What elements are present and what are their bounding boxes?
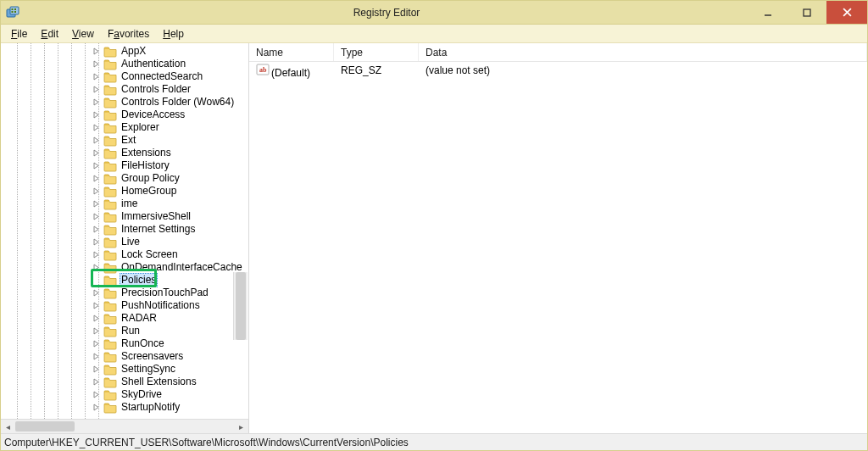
tree-item[interactable]: Controls Folder (Wow64)	[1, 96, 248, 109]
expander-icon[interactable]	[91, 97, 101, 108]
tree-item-label[interactable]: SkyDrive	[120, 388, 164, 401]
tree-item-label[interactable]: Group Policy	[120, 172, 181, 185]
tree-item-label[interactable]: RADAR	[120, 312, 159, 325]
tree-item-label[interactable]: Ext	[120, 134, 137, 147]
tree-item-label[interactable]: Lock Screen	[120, 248, 180, 261]
expander-icon[interactable]	[91, 352, 101, 362]
tree-item[interactable]: HomeGroup	[1, 185, 248, 198]
menu-file[interactable]: File	[4, 26, 34, 42]
tree-item-label[interactable]: PrecisionTouchPad	[120, 287, 210, 299]
expander-icon[interactable]	[91, 161, 101, 171]
tree-item[interactable]: RADAR	[1, 312, 248, 325]
tree-item-label[interactable]: OnDemandInterfaceCache	[120, 261, 244, 274]
value-name-cell[interactable]: ab(Default)	[249, 63, 334, 79]
scroll-track[interactable]	[15, 420, 234, 433]
expander-icon[interactable]	[91, 403, 101, 413]
tree-item-label[interactable]: Live	[120, 236, 142, 248]
expander-icon[interactable]	[91, 199, 101, 209]
tree-item[interactable]: ConnectedSearch	[1, 70, 248, 83]
tree-horizontal-scrollbar[interactable]: ◂ ▸	[1, 419, 248, 433]
scroll-right-button[interactable]: ▸	[234, 420, 248, 433]
column-header-data[interactable]: Data	[419, 43, 867, 61]
tree-item-label[interactable]: Authentication	[120, 58, 187, 70]
tree-item[interactable]: Controls Folder	[1, 83, 248, 96]
tree-item-label[interactable]: AppX	[120, 45, 147, 58]
expander-icon[interactable]	[91, 47, 101, 57]
tree-item-label[interactable]: StartupNotify	[120, 401, 181, 414]
tree-item[interactable]: DeviceAccess	[1, 109, 248, 121]
tree-item-label[interactable]: ime	[120, 198, 139, 210]
tree-item-label[interactable]: Shell Extensions	[120, 376, 198, 388]
column-header-name[interactable]: Name	[249, 43, 334, 61]
tree-item-label[interactable]: Extensions	[120, 147, 173, 159]
expander-icon[interactable]	[91, 390, 101, 400]
close-button[interactable]	[826, 1, 867, 24]
expander-icon[interactable]	[91, 72, 101, 82]
menu-edit[interactable]: Edit	[34, 26, 65, 42]
tree-vertical-scrollbar[interactable]	[233, 272, 248, 340]
expander-icon[interactable]	[91, 123, 101, 133]
tree-item[interactable]: Run	[1, 325, 248, 337]
tree-item[interactable]: RunOnce	[1, 337, 248, 350]
tree-item-label[interactable]: Internet Settings	[120, 223, 197, 236]
expander-icon[interactable]	[91, 85, 101, 95]
expander-icon[interactable]	[91, 301, 101, 311]
tree-item[interactable]: Policies	[1, 274, 248, 287]
tree-item-label[interactable]: FileHistory	[120, 159, 171, 172]
tree-item[interactable]: Internet Settings	[1, 223, 248, 236]
tree-item[interactable]: OnDemandInterfaceCache	[1, 261, 248, 274]
tree-item[interactable]: Lock Screen	[1, 248, 248, 261]
expander-icon[interactable]	[91, 377, 101, 387]
tree-item[interactable]: Extensions	[1, 147, 248, 159]
menu-favorites[interactable]: Favorites	[101, 26, 156, 42]
tree-item-label[interactable]: ImmersiveShell	[120, 210, 192, 223]
expander-icon[interactable]	[91, 288, 101, 298]
tree-item[interactable]: SettingSync	[1, 363, 248, 376]
expander-icon[interactable]	[91, 225, 101, 235]
expander-icon[interactable]	[91, 212, 101, 222]
maximize-button[interactable]	[787, 1, 826, 24]
tree-item-label[interactable]: DeviceAccess	[120, 109, 186, 121]
expander-icon[interactable]	[91, 136, 101, 146]
tree-item[interactable]: Group Policy	[1, 172, 248, 185]
expander-icon[interactable]	[91, 148, 101, 159]
list-row[interactable]: ab(Default)REG_SZ(value not set)	[249, 62, 867, 79]
tree-item[interactable]: Live	[1, 236, 248, 248]
menu-view[interactable]: View	[65, 26, 101, 42]
tree-item-label[interactable]: Explorer	[120, 121, 161, 134]
tree-item-label[interactable]: PushNotifications	[120, 299, 202, 312]
tree-item-label[interactable]: HomeGroup	[120, 185, 178, 198]
expander-icon[interactable]	[91, 339, 101, 349]
tree-item[interactable]: Shell Extensions	[1, 376, 248, 388]
expander-icon[interactable]	[91, 250, 101, 260]
tree-item[interactable]: ImmersiveShell	[1, 210, 248, 223]
menu-help[interactable]: Help	[156, 26, 191, 42]
tree-item[interactable]: Screensavers	[1, 350, 248, 363]
expander-icon[interactable]	[91, 174, 101, 184]
list-body[interactable]: ab(Default)REG_SZ(value not set)	[249, 62, 867, 433]
tree-item[interactable]: PrecisionTouchPad	[1, 287, 248, 299]
tree-item[interactable]: Authentication	[1, 58, 248, 70]
tree-item-label[interactable]: Screensavers	[120, 350, 185, 363]
tree-item-label[interactable]: Policies	[120, 273, 158, 287]
expander-icon[interactable]	[91, 59, 101, 70]
expander-icon[interactable]	[91, 187, 101, 197]
column-header-type[interactable]: Type	[334, 43, 419, 61]
minimize-button[interactable]	[748, 1, 787, 24]
expander-icon[interactable]	[91, 237, 101, 248]
expander-icon[interactable]	[91, 314, 101, 324]
tree-item[interactable]: Ext	[1, 134, 248, 147]
tree-item[interactable]: Explorer	[1, 121, 248, 134]
tree-item-label[interactable]: Run	[120, 325, 142, 337]
tree-item-label[interactable]: RunOnce	[120, 337, 166, 350]
tree-item-label[interactable]: Controls Folder (Wow64)	[120, 96, 236, 109]
tree-item-label[interactable]: Controls Folder	[120, 83, 192, 96]
tree-item[interactable]: ime	[1, 198, 248, 210]
tree-item-label[interactable]: ConnectedSearch	[120, 70, 204, 83]
tree-item[interactable]: PushNotifications	[1, 299, 248, 312]
expander-icon[interactable]	[91, 326, 101, 337]
expander-icon[interactable]	[91, 365, 101, 375]
expander-icon[interactable]	[91, 263, 101, 273]
tree-item-label[interactable]: SettingSync	[120, 363, 177, 376]
tree-item[interactable]: StartupNotify	[1, 401, 248, 414]
